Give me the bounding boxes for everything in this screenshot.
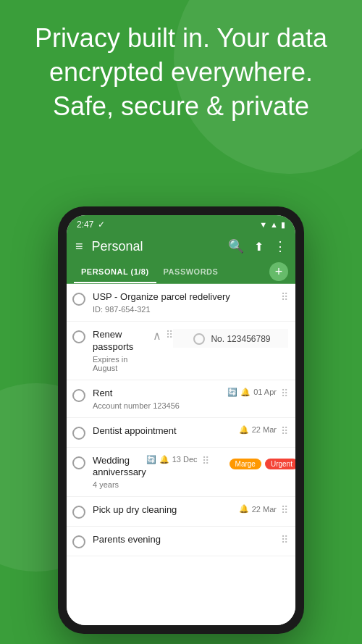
task-subtitle: 4 years [93,480,146,489]
task-item: Dentist appointment 🔔 22 Mar ⠿ [67,418,295,448]
status-left: 2:47 ✓ [77,219,105,230]
drag-icon: ⠿ [281,425,288,437]
task-content: Parents evening [93,534,277,546]
task-title: Parents evening [93,534,277,546]
status-right: ▼ ▲ ▮ [259,220,285,230]
drag-icon: ⠿ [281,291,288,303]
task-checkbox[interactable] [72,330,85,343]
drag-icon: ⠿ [281,504,288,516]
battery-icon: ▮ [281,220,285,230]
task-checkbox[interactable] [72,427,85,440]
status-bar: 2:47 ✓ ▼ ▲ ▮ [67,215,295,233]
drag-icon: ⠿ [281,534,288,545]
tab-personal[interactable]: PERSONAL (1/8) [74,260,156,283]
app-toolbar: ≡ Personal 🔍 ⬆ ⋮ [67,233,295,260]
task-subtitle: Expires in August [93,355,153,372]
task-date: 22 Mar [252,425,277,434]
hero-section: Privacy built in. Your data encrypted ev… [0,22,362,123]
task-content: USP - Organize parcel redelivery ID: 987… [93,291,277,314]
task-content: Renew passports Expires in August [93,329,153,372]
task-content: Pick up dry cleaning [93,504,239,517]
toolbar-left: ≡ Personal [75,239,143,254]
status-time: 2:47 [77,219,93,230]
task-content: Wedding anniverssary 4 years [93,455,146,490]
task-title: Rent [93,388,227,400]
share-icon[interactable]: ⬆ [254,240,264,254]
bell-icon: 🔔 [239,425,249,435]
task-title: Wedding anniverssary [93,455,146,480]
task-checkbox[interactable] [72,293,85,306]
task-item: Pick up dry cleaning 🔔 22 Mar ⠿ [67,497,295,527]
task-checkbox[interactable] [72,456,85,469]
task-title: Dentist appointment [93,425,239,438]
task-meta: 🔔 22 Mar [239,425,277,435]
task-tags: Marge Urgent [230,459,295,469]
task-row: Pick up dry cleaning 🔔 22 Mar ⠿ [72,504,288,519]
task-meta: 🔄 🔔 13 Dec [146,455,198,464]
task-row: USP - Organize parcel redelivery ID: 987… [72,291,288,314]
wifi-icon: ▼ [259,220,267,229]
task-checkbox[interactable] [72,506,85,519]
sub-checkbox[interactable] [193,333,205,345]
task-date: 22 Mar [252,505,277,514]
collapse-icon[interactable]: ∧ [153,329,161,343]
recurring-icon: 🔄 [227,388,237,397]
task-item: Renew passports Expires in August ∧ ⠿ No… [67,322,295,380]
task-row: Rent Account number 123456 🔄 🔔 01 Apr ⠿ [72,388,288,410]
task-title: Pick up dry cleaning [93,504,239,517]
task-meta: 🔄 🔔 01 Apr [227,388,277,397]
drag-icon: ⠿ [202,455,209,467]
task-checkbox[interactable] [72,535,85,548]
sub-item: No. 123456789 [173,329,288,348]
task-row: Dentist appointment 🔔 22 Mar ⠿ [72,425,288,440]
bell-icon: 🔔 [239,504,249,514]
task-title: USP - Organize parcel redelivery [93,291,277,304]
task-title: Renew passports [93,329,153,354]
more-icon[interactable]: ⋮ [274,238,287,254]
sub-item-text: No. 123456789 [211,334,270,344]
task-meta: 🔔 22 Mar [239,504,277,514]
drag-icon: ⠿ [281,388,288,399]
tag-urgent[interactable]: Urgent [265,459,295,469]
task-row: Renew passports Expires in August ∧ ⠿ [72,329,173,372]
tag-marge[interactable]: Marge [230,459,261,469]
task-content: Dentist appointment [93,425,239,438]
add-list-button[interactable]: + [269,262,288,281]
bell-icon: 🔔 [159,455,169,464]
task-item: Rent Account number 123456 🔄 🔔 01 Apr ⠿ [67,380,295,418]
task-date: 01 Apr [253,388,277,396]
phone-frame: 2:47 ✓ ▼ ▲ ▮ ≡ Personal 🔍 ⬆ ⋮ P [58,206,304,634]
task-date: 13 Dec [172,455,198,464]
bell-icon: 🔔 [240,388,251,397]
drag-icon: ⠿ [166,329,173,340]
phone-screen: 2:47 ✓ ▼ ▲ ▮ ≡ Personal 🔍 ⬆ ⋮ P [67,215,295,625]
menu-icon[interactable]: ≡ [75,239,83,254]
search-icon[interactable]: 🔍 [228,238,244,254]
tab-passwords[interactable]: PASSWORDS [156,260,226,283]
task-item: Parents evening ⠿ [67,527,295,556]
task-content: Rent Account number 123456 [93,388,227,410]
task-subtitle: Account number 123456 [93,401,227,410]
task-item: Wedding anniverssary 4 years 🔄 🔔 13 Dec … [67,448,295,498]
toolbar-icons: 🔍 ⬆ ⋮ [228,238,287,254]
task-row: Wedding anniverssary 4 years 🔄 🔔 13 Dec … [72,455,209,490]
tab-bar: PERSONAL (1/8) PASSWORDS + [67,260,295,284]
task-subtitle: ID: 987-654-321 [93,305,277,314]
toolbar-title: Personal [92,239,143,254]
task-list: USP - Organize parcel redelivery ID: 987… [67,284,295,625]
recurring-icon: 🔄 [146,455,156,464]
hero-title: Privacy built in. Your data encrypted ev… [22,22,340,123]
task-checkbox[interactable] [72,389,85,402]
task-item: USP - Organize parcel redelivery ID: 987… [67,284,295,322]
status-check: ✓ [98,219,105,230]
task-row: Parents evening ⠿ [72,534,288,548]
signal-icon: ▲ [270,220,278,229]
